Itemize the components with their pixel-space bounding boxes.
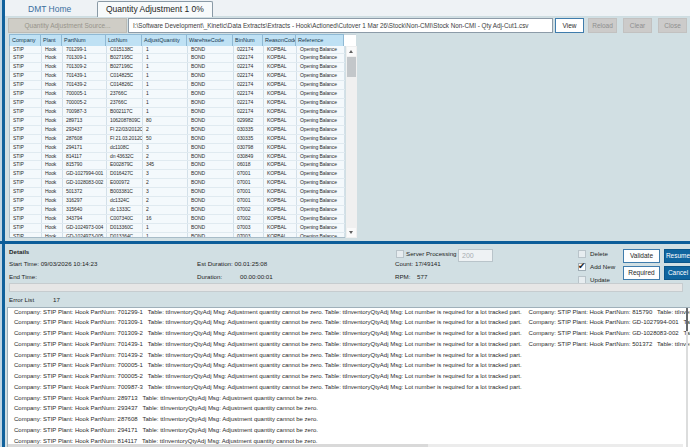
- grid-cell: KOPBAL: [264, 81, 297, 89]
- grid-cell: STIP: [10, 135, 42, 143]
- grid-cell: Hook: [42, 153, 63, 161]
- grid-column-header[interactable]: Company: [9, 34, 41, 46]
- grid-row[interactable]: STIPHook701309-2B027196C1BOND022174KOPBA…: [10, 63, 345, 72]
- grid-row[interactable]: STIPHook343794C007340C16BOND07002KOPBALO…: [10, 215, 345, 224]
- resume-button[interactable]: Resume: [664, 249, 690, 263]
- grid-cell: Hook: [42, 161, 63, 169]
- grid-cell: KOPBAL: [264, 170, 297, 178]
- grid-column-header[interactable]: BinNum: [233, 34, 263, 46]
- grid-cell: Opening Balance: [297, 81, 345, 89]
- error-list-item[interactable]: Company: STIP Plant: Hook PartNum: 29417…: [14, 425, 522, 436]
- server-processing-checkbox[interactable]: [396, 250, 404, 258]
- error-list-item[interactable]: Company: STIP Plant: Hook PartNum: 29343…: [14, 403, 522, 414]
- error-list-item[interactable]: Company: STIP Plant: Hook PartNum: 70130…: [14, 328, 522, 339]
- error-list-item[interactable]: Company: STIP Plant: Hook PartNum: 70129…: [14, 307, 522, 317]
- grid-row[interactable]: STIPHook501372B003381C3BOND07001KOPBALOp…: [10, 188, 345, 197]
- grid-cell: Opening Balance: [297, 135, 345, 143]
- error-list-vertical-scrollbar[interactable]: [686, 308, 688, 447]
- grid-row[interactable]: STIPHook316297dc1324C2BOND07001KOPBALOpe…: [10, 197, 345, 206]
- grid-column-header[interactable]: Plant: [41, 34, 62, 46]
- grid-cell: Opening Balance: [297, 170, 345, 178]
- quantity-adjustment-source-button[interactable]: Quantity Adjustment Source...: [8, 18, 127, 33]
- grid-row[interactable]: STIPHook701299-1C015138C1BOND022174KOPBA…: [10, 46, 345, 55]
- grid-cell: Opening Balance: [297, 161, 345, 169]
- grid-row[interactable]: STIPHookGD-1027994-001D016427C3BOND07001…: [10, 170, 345, 179]
- tab-quantity-adjustment[interactable]: Quantity Adjustment 1 0%: [97, 1, 213, 17]
- details-title: Details: [9, 248, 29, 255]
- error-list-item[interactable]: Company: STIP Plant: Hook PartNum: 81579…: [529, 307, 690, 317]
- grid-cell: 07002: [234, 215, 264, 223]
- grid-row[interactable]: STIPHook701309-1B027195C1BOND022174KOPBA…: [10, 54, 345, 63]
- grid-row[interactable]: STIPHook815790E002879C345BOND06018KOPBAL…: [10, 161, 345, 170]
- rate-input[interactable]: 200: [458, 249, 493, 262]
- error-list-item[interactable]: Company: STIP Plant: Hook PartNum: GD-10…: [529, 328, 690, 339]
- grid-row[interactable]: STIPHook293437FI 22/03/2012C2BOND030335K…: [10, 126, 345, 135]
- required-button[interactable]: Required: [623, 266, 660, 280]
- grid-row[interactable]: STIPHook700005-123766C1BOND022174KOPBALO…: [10, 90, 345, 99]
- error-list-item[interactable]: Company: STIP Plant: Hook PartNum: 28971…: [14, 393, 522, 404]
- validate-button[interactable]: Validate: [623, 249, 660, 263]
- grid-cell: Opening Balance: [297, 144, 345, 152]
- grid-cell: BOND: [188, 188, 234, 196]
- grid-cell: Hook: [42, 72, 63, 80]
- error-list-label: Error List: [9, 296, 34, 303]
- source-path-input[interactable]: I:\Software Development\_Kinetic\Data Ex…: [128, 18, 553, 33]
- error-list-item[interactable]: Company: STIP Plant: Hook PartNum: 28760…: [14, 414, 522, 425]
- grid-cell: B002117C: [107, 108, 143, 116]
- grid-column-header[interactable]: LotNum: [106, 34, 142, 46]
- grid-row[interactable]: STIPHook700987-3B002117C1BOND022174KOPBA…: [10, 108, 345, 117]
- progress-bar: [9, 283, 683, 292]
- grid-column-header[interactable]: PartNum: [62, 34, 106, 46]
- window-left-edge-accent: [2, 0, 5, 447]
- error-list-item[interactable]: Company: STIP Plant: Hook PartNum: 70000…: [14, 371, 522, 382]
- error-list-item[interactable]: Company: STIP Plant: Hook PartNum: 70000…: [14, 360, 522, 371]
- grid-scroll-up-icon[interactable]: [347, 47, 356, 56]
- grid-cell: 1: [143, 90, 188, 98]
- grid-row[interactable]: STIPHook701439-2C014826C1BOND022174KOPBA…: [10, 81, 345, 90]
- grid-cell: BOND: [188, 63, 234, 71]
- grid-column-header[interactable]: WarehseCode: [187, 34, 233, 46]
- error-list-item[interactable]: Company: STIP Plant: Hook PartNum: 50137…: [529, 339, 690, 350]
- error-list-item[interactable]: Company: STIP Plant: Hook PartNum: 70098…: [14, 382, 522, 393]
- grid-cell: STIP: [10, 126, 42, 134]
- grid-row[interactable]: STIPHookGD-1024973-004D013360C1BOND07003…: [10, 224, 345, 233]
- grid-row[interactable]: STIPHook294171dc1108C3BOND030798KOPBALOp…: [10, 144, 345, 153]
- grid-row[interactable]: STIPHook287608FI 21.03.2012C50BOND030335…: [10, 135, 345, 144]
- grid-column-header[interactable]: ReasonCode: [263, 34, 296, 46]
- grid-column-header[interactable]: AdjustQuantity: [142, 34, 187, 46]
- grid-cell: 701309-1: [63, 54, 107, 62]
- view-button[interactable]: View: [555, 18, 584, 33]
- grid-row[interactable]: STIPHook701439-1C014825C1BOND022174KOPBA…: [10, 72, 345, 81]
- grid-row[interactable]: STIPHookGD-1024973-005D013364C1BOND07003…: [10, 233, 345, 238]
- grid-cell: B027195C: [107, 54, 143, 62]
- grid-row[interactable]: STIPHookGD-1028083-002E0009722BOND07001K…: [10, 179, 345, 188]
- grid-row[interactable]: STIPHook700005-223766C1BOND022174KOPBALO…: [10, 99, 345, 108]
- grid-scroll-thumb[interactable]: [347, 57, 356, 77]
- grid-cell: STIP: [10, 197, 42, 205]
- grid-cell: STIP: [10, 179, 42, 187]
- error-list-item[interactable]: Company: STIP Plant: Hook PartNum: GD-10…: [529, 317, 690, 328]
- grid-cell: 1: [143, 224, 188, 232]
- grid-cell: Hook: [42, 135, 63, 143]
- clear-button[interactable]: Clear: [623, 18, 652, 33]
- error-list-item[interactable]: Company: STIP Plant: Hook PartNum: 70143…: [14, 350, 522, 361]
- error-list-item[interactable]: Company: STIP Plant: Hook PartNum: 70143…: [14, 339, 522, 350]
- close-button[interactable]: Close: [658, 18, 687, 33]
- grid-scroll-down-icon[interactable]: [347, 228, 356, 237]
- reload-button[interactable]: Reload: [588, 18, 617, 33]
- grid-cell: 022174: [234, 46, 264, 54]
- grid-cell: FI 21.03.2012C: [107, 135, 143, 143]
- delete-checkbox[interactable]: [578, 250, 586, 258]
- error-list-item[interactable]: Company: STIP Plant: Hook PartNum: 70130…: [14, 317, 522, 328]
- tab-dmt-home[interactable]: DMT Home: [28, 4, 71, 14]
- grid-row[interactable]: STIPHook2897131062087809C80BOND029982KOP…: [10, 117, 345, 126]
- grid-cell: dc1324C: [107, 197, 143, 205]
- error-list-vscroll-thumb[interactable]: [686, 308, 688, 331]
- grid-cell: Opening Balance: [297, 72, 345, 80]
- grid-row[interactable]: STIPHook814117dn 43632C2BOND030849KOPBAL…: [10, 153, 345, 162]
- cancel-button[interactable]: Cancel: [664, 266, 690, 280]
- grid-row[interactable]: STIPHook315640dc 1333C2BOND07002KOPBALOp…: [10, 206, 345, 215]
- count-label: Count: 17/49141: [395, 260, 441, 267]
- grid-column-header[interactable]: Reference: [296, 34, 344, 46]
- grid-vertical-scrollbar[interactable]: [346, 46, 357, 238]
